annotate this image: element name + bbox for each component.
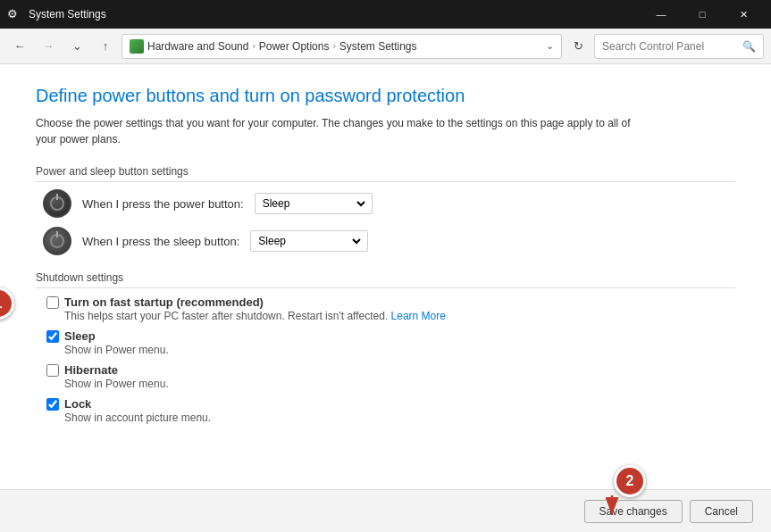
sleep-checkbox-desc: Show in Power menu. bbox=[46, 344, 735, 356]
page-title: Define power buttons and turn on passwor… bbox=[36, 86, 735, 106]
shutdown-section: 1 Shutdown settings Turn on fast startup… bbox=[36, 271, 735, 424]
footer: 2 Save changes Cancel bbox=[0, 489, 771, 532]
window-title: System Settings bbox=[29, 8, 641, 21]
breadcrumb-sep-2: › bbox=[332, 41, 335, 51]
hibernate-checkbox-desc: Show in Power menu. bbox=[46, 378, 735, 390]
minimize-button[interactable]: — bbox=[641, 0, 682, 29]
learn-more-link[interactable]: Learn More bbox=[391, 310, 446, 322]
hibernate-checkbox[interactable] bbox=[46, 364, 59, 377]
address-dropdown-button[interactable]: ⌄ bbox=[546, 40, 554, 52]
power-section-header: Power and sleep button settings bbox=[36, 165, 735, 182]
hibernate-checkbox-row: Hibernate Show in Power menu. bbox=[36, 363, 735, 390]
fast-startup-row: Turn on fast startup (recommended) This … bbox=[36, 295, 735, 322]
window-icon: ⚙ bbox=[7, 7, 21, 21]
title-bar-controls: — □ ✕ bbox=[641, 0, 764, 29]
power-button-icon bbox=[43, 189, 71, 218]
main-content: Define power buttons and turn on passwor… bbox=[0, 64, 771, 489]
breadcrumb-item-2[interactable]: Power Options bbox=[259, 40, 330, 53]
refresh-button[interactable]: ↻ bbox=[566, 34, 591, 59]
nav-bar: ← → ⌄ ↑ Hardware and Sound › Power Optio… bbox=[0, 29, 771, 64]
fast-startup-checkbox[interactable] bbox=[46, 296, 59, 309]
back-button[interactable]: ← bbox=[7, 34, 32, 59]
breadcrumb-item-3[interactable]: System Settings bbox=[339, 40, 417, 53]
lock-checkbox-row: Lock Show in account picture menu. bbox=[36, 397, 735, 424]
sleep-button-icon bbox=[43, 227, 71, 255]
title-bar: ⚙ System Settings — □ ✕ bbox=[0, 0, 771, 29]
up-button[interactable]: ↑ bbox=[93, 34, 118, 59]
sleep-checkbox[interactable] bbox=[46, 330, 59, 343]
breadcrumb-sep-1: › bbox=[252, 41, 255, 51]
maximize-button[interactable]: □ bbox=[682, 0, 723, 29]
power-btn-label: When I press the power button: bbox=[82, 197, 244, 211]
breadcrumb: Hardware and Sound › Power Options › Sys… bbox=[147, 40, 539, 53]
sleep-btn-dropdown[interactable]: Sleep Do nothing Hibernate Shut down Tur… bbox=[250, 230, 368, 252]
power-btn-dropdown[interactable]: Sleep Do nothing Hibernate Shut down Tur… bbox=[255, 193, 373, 214]
forward-button[interactable]: → bbox=[36, 34, 61, 59]
search-box: 🔍 bbox=[594, 34, 764, 59]
lock-checkbox-desc: Show in account picture menu. bbox=[46, 411, 735, 424]
annotation-2: 2 bbox=[614, 465, 646, 497]
address-bar: Hardware and Sound › Power Options › Sys… bbox=[122, 34, 562, 59]
power-button-row: When I press the power button: Sleep Do … bbox=[36, 189, 735, 218]
annotation-1: 1 bbox=[0, 287, 14, 320]
dropdown-button[interactable]: ⌄ bbox=[64, 34, 89, 59]
sleep-btn-label: When I press the sleep button: bbox=[82, 235, 239, 248]
close-button[interactable]: ✕ bbox=[723, 0, 764, 29]
lock-checkbox[interactable] bbox=[46, 398, 59, 411]
sleep-checkbox-row: Sleep Show in Power menu. bbox=[36, 329, 735, 356]
power-btn-select[interactable]: Sleep Do nothing Hibernate Shut down Tur… bbox=[259, 196, 368, 211]
search-icon: 🔍 bbox=[742, 40, 756, 53]
sleep-btn-select[interactable]: Sleep Do nothing Hibernate Shut down Tur… bbox=[255, 234, 364, 248]
sleep-button-row: When I press the sleep button: Sleep Do … bbox=[36, 227, 735, 255]
save-changes-button[interactable]: Save changes bbox=[584, 500, 683, 523]
fast-startup-desc: This helps start your PC faster after sh… bbox=[46, 310, 735, 322]
cancel-button[interactable]: Cancel bbox=[690, 500, 753, 523]
fast-startup-label: Turn on fast startup (recommended) bbox=[64, 295, 264, 309]
sleep-checkbox-label: Sleep bbox=[64, 329, 96, 343]
breadcrumb-item-1[interactable]: Hardware and Sound bbox=[147, 40, 248, 53]
search-input[interactable] bbox=[602, 40, 739, 53]
address-icon bbox=[130, 39, 144, 54]
hibernate-checkbox-label: Hibernate bbox=[64, 363, 118, 377]
page-description: Choose the power settings that you want … bbox=[36, 115, 643, 147]
shutdown-section-header: Shutdown settings bbox=[36, 271, 735, 288]
lock-checkbox-label: Lock bbox=[64, 397, 91, 411]
